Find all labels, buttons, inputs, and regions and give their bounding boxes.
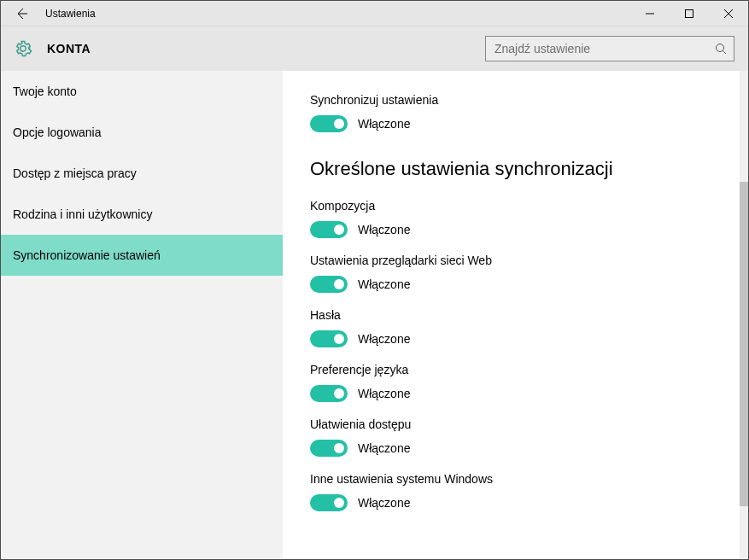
toggle-row: Włączone [310,494,723,511]
sidebar-item-account[interactable]: Twoje konto [1,71,283,112]
toggle-row: Włączone [310,221,723,238]
toggle-state: Włączone [358,223,410,236]
toggle-row: Włączone [310,276,723,293]
sidebar-item-label: Opcje logowania [13,125,102,139]
setting-theme: Kompozycja Włączone [310,199,723,238]
sidebar-item-work-access[interactable]: Dostęp z miejsca pracy [1,153,283,194]
header: KONTA [1,26,748,71]
toggle-knob [334,388,344,399]
toggle-state: Włączone [358,277,410,291]
header-section-title: KONTA [47,42,485,55]
setting-label: Synchronizuj ustawienia [310,93,723,107]
scrollbar-thumb[interactable] [740,182,748,506]
content: Synchronizuj ustawienia Włączone Określo… [283,71,740,559]
toggle-state: Włączone [358,496,410,510]
toggle-passwords[interactable] [310,330,348,347]
toggle-knob [334,279,344,289]
titlebar: Ustawienia [1,1,748,26]
window-title: Ustawienia [42,8,630,20]
close-button[interactable] [709,1,748,26]
search-icon [715,43,727,55]
toggle-accessibility[interactable] [310,440,348,457]
section-heading: Określone ustawienia synchronizacji [310,158,723,180]
toggle-knob [334,443,344,453]
toggle-browser[interactable] [310,276,348,293]
setting-passwords: Hasła Włączone [310,308,723,347]
sidebar-item-label: Synchronizowanie ustawień [13,248,161,262]
toggle-knob [334,225,344,235]
toggle-other-windows[interactable] [310,494,348,511]
toggle-state: Włączone [358,387,410,400]
setting-label: Kompozycja [310,199,723,213]
setting-label: Hasła [310,308,723,322]
sidebar-item-label: Rodzina i inni użytkownicy [13,207,152,221]
toggle-row: Włączone [310,330,723,347]
toggle-language[interactable] [310,385,348,402]
toggle-theme[interactable] [310,221,348,238]
toggle-knob [334,498,344,508]
window-controls [630,1,748,26]
setting-browser: Ustawienia przeglądarki sieci Web Włączo… [310,254,723,293]
search-box[interactable] [485,36,734,61]
toggle-state: Włączone [358,441,410,455]
setting-label: Ułatwienia dostępu [310,417,723,431]
toggle-row: Włączone [310,440,723,457]
toggle-knob [334,119,344,129]
settings-window: Ustawienia KONTA Twoje konto [0,0,749,560]
sidebar-item-sync-settings[interactable]: Synchronizowanie ustawień [1,235,283,276]
sidebar-item-family[interactable]: Rodzina i inni użytkownicy [1,194,283,235]
body: Twoje konto Opcje logowania Dostęp z mie… [1,71,748,559]
setting-language: Preferencje języka Włączone [310,363,723,402]
setting-label: Inne ustawienia systemu Windows [310,472,723,486]
sidebar: Twoje konto Opcje logowania Dostęp z mie… [1,71,283,559]
setting-sync: Synchronizuj ustawienia Włączone [310,93,723,132]
toggle-row: Włączone [310,385,723,402]
svg-rect-0 [686,9,693,17]
sidebar-item-signin-options[interactable]: Opcje logowania [1,112,283,153]
sidebar-item-label: Dostęp z miejsca pracy [13,166,137,180]
toggle-state: Włączone [358,332,410,346]
minimize-button[interactable] [630,1,670,26]
toggle-row: Włączone [310,115,723,132]
content-wrap: Synchronizuj ustawienia Włączone Określo… [283,71,748,559]
setting-accessibility: Ułatwienia dostępu Włączone [310,417,723,457]
svg-point-1 [717,44,724,52]
toggle-sync[interactable] [310,115,348,132]
setting-other-windows: Inne ustawienia systemu Windows Włączone [310,472,723,511]
setting-label: Ustawienia przeglądarki sieci Web [310,254,723,267]
scrollbar-track[interactable] [740,71,748,559]
toggle-knob [334,334,344,344]
setting-label: Preferencje języka [310,363,723,376]
toggle-state: Włączone [358,117,410,131]
maximize-button[interactable] [670,1,709,26]
search-input[interactable] [494,42,715,55]
sidebar-item-label: Twoje konto [13,85,77,98]
back-button[interactable] [1,1,42,26]
gear-icon [13,38,33,59]
